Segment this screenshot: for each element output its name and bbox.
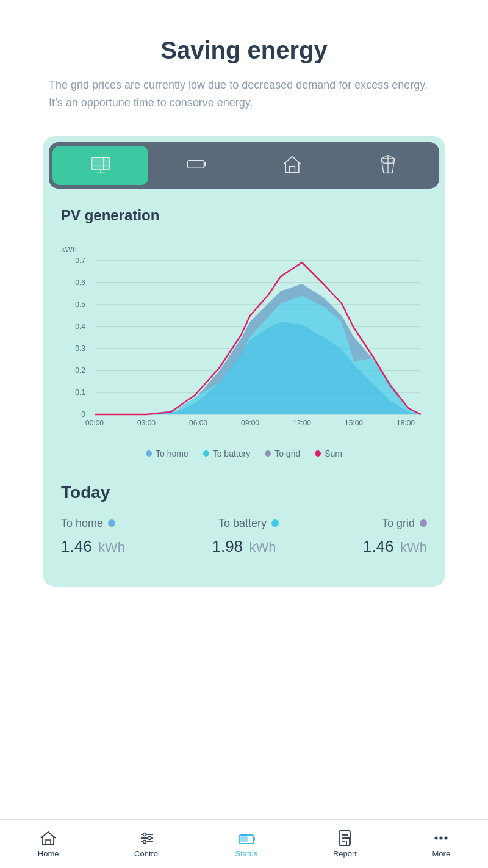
svg-text:18:00: 18:00: [396, 419, 415, 427]
svg-text:0.3: 0.3: [75, 344, 85, 353]
nav-status-icon: [238, 830, 255, 847]
nav-more-icon: [432, 830, 450, 847]
stat-label-grid: To grid: [382, 517, 427, 530]
tab-bar: [49, 142, 439, 189]
svg-text:0.5: 0.5: [75, 300, 85, 309]
svg-text:03:00: 03:00: [137, 419, 156, 427]
svg-line-19: [388, 155, 395, 158]
bottom-nav: Home Control Status: [0, 819, 488, 868]
stat-dot-battery: [271, 519, 279, 527]
svg-rect-7: [187, 160, 204, 168]
svg-text:0: 0: [81, 410, 85, 419]
svg-point-58: [435, 837, 438, 840]
svg-rect-52: [241, 837, 247, 842]
svg-rect-0: [92, 157, 109, 170]
page-subtitle: The grid prices are currently low due to…: [49, 76, 439, 112]
svg-text:0.7: 0.7: [75, 256, 85, 265]
legend-label-home: To home: [156, 449, 188, 458]
battery-icon: [185, 153, 207, 178]
nav-item-control[interactable]: Control: [124, 825, 170, 863]
svg-text:00:00: 00:00: [85, 419, 104, 427]
nav-item-home[interactable]: Home: [28, 825, 69, 863]
main-card: PV generation kWh 0.7 0.6 0.5: [43, 136, 445, 587]
chart-wrapper: kWh 0.7 0.6 0.5 0.4: [61, 236, 427, 444]
nav-item-status[interactable]: Status: [226, 825, 268, 863]
legend: To home To battery To grid Sum: [61, 449, 427, 458]
svg-point-50: [143, 841, 146, 844]
stats-labels-row: To home To battery To grid: [61, 517, 427, 530]
stat-value-home: 1.46 kWh: [61, 537, 125, 556]
svg-text:kWh: kWh: [61, 245, 77, 254]
header-section: Saving energy The grid prices are curren…: [0, 0, 488, 124]
legend-dot-home: [146, 450, 152, 457]
stat-value-battery: 1.98 kWh: [212, 537, 276, 556]
today-title: Today: [61, 483, 427, 502]
legend-dot-grid: [265, 450, 271, 457]
legend-sum: Sum: [315, 449, 342, 458]
stat-dot-grid: [420, 519, 427, 527]
nav-item-report[interactable]: Report: [323, 825, 367, 863]
legend-dot-battery: [203, 450, 209, 457]
svg-text:0.6: 0.6: [75, 278, 85, 287]
svg-point-48: [143, 833, 146, 836]
tab-battery[interactable]: [148, 146, 244, 185]
tab-grid[interactable]: [340, 146, 436, 185]
legend-to-battery: To battery: [203, 449, 250, 458]
legend-dot-sum: [315, 450, 321, 457]
svg-rect-44: [46, 840, 51, 845]
tab-home[interactable]: [244, 146, 340, 185]
stats-values-row: 1.46 kWh 1.98 kWh 1.46 kWh: [61, 537, 427, 556]
svg-rect-53: [253, 837, 254, 841]
stat-label-battery: To battery: [218, 517, 279, 530]
chart-section: PV generation kWh 0.7 0.6 0.5: [43, 195, 445, 471]
stat-label-home: To home: [61, 517, 115, 530]
page-container: Saving energy The grid prices are curren…: [0, 0, 488, 868]
page-title: Saving energy: [49, 37, 439, 64]
legend-label-grid: To grid: [274, 449, 300, 458]
svg-rect-8: [204, 162, 206, 165]
nav-item-more[interactable]: More: [423, 825, 461, 863]
solar-panel-icon: [90, 153, 112, 178]
nav-label-home: Home: [38, 849, 59, 858]
grid-tower-icon: [377, 153, 399, 178]
svg-text:09:00: 09:00: [241, 419, 259, 427]
svg-line-18: [381, 155, 388, 158]
stat-value-grid: 1.46 kWh: [363, 537, 427, 556]
nav-label-status: Status: [235, 849, 258, 858]
svg-text:12:00: 12:00: [293, 419, 311, 427]
today-section: Today To home To battery To grid: [43, 471, 445, 587]
svg-text:0.4: 0.4: [75, 322, 85, 331]
chart-title: PV generation: [61, 207, 427, 224]
nav-report-icon: [336, 830, 353, 847]
nav-label-report: Report: [333, 849, 357, 858]
legend-to-grid: To grid: [265, 449, 300, 458]
svg-point-49: [148, 837, 151, 840]
svg-point-60: [445, 837, 448, 840]
nav-label-more: More: [432, 849, 451, 858]
svg-text:15:00: 15:00: [345, 419, 363, 427]
legend-to-home: To home: [146, 449, 188, 458]
svg-text:06:00: 06:00: [189, 419, 207, 427]
nav-control-icon: [138, 830, 156, 847]
home-icon: [281, 153, 303, 178]
chart-svg: kWh 0.7 0.6 0.5 0.4: [61, 236, 427, 444]
nav-label-control: Control: [134, 849, 160, 858]
svg-text:0.2: 0.2: [75, 366, 85, 375]
legend-label-battery: To battery: [213, 449, 250, 458]
svg-point-59: [440, 837, 443, 840]
legend-label-sum: Sum: [325, 449, 342, 458]
nav-home-icon: [40, 830, 57, 847]
stat-dot-home: [108, 519, 115, 527]
svg-rect-9: [289, 166, 295, 172]
tab-solar[interactable]: [52, 146, 148, 185]
svg-text:0.1: 0.1: [75, 388, 85, 397]
